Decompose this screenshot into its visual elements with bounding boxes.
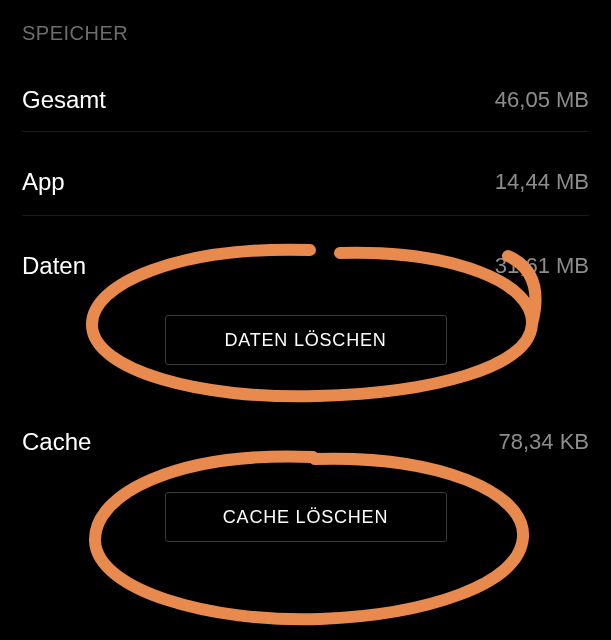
value-app: 14,44 MB	[495, 169, 589, 195]
value-total: 46,05 MB	[495, 87, 589, 113]
row-data: Daten 31,61 MB	[22, 252, 589, 280]
label-data: Daten	[22, 252, 86, 280]
label-app: App	[22, 168, 65, 196]
row-app: App 14,44 MB	[22, 168, 589, 196]
clear-cache-button[interactable]: CACHE LÖSCHEN	[165, 492, 447, 542]
divider	[22, 215, 589, 216]
clear-data-button-label: DATEN LÖSCHEN	[224, 330, 386, 351]
row-total: Gesamt 46,05 MB	[22, 86, 589, 114]
clear-data-button[interactable]: DATEN LÖSCHEN	[165, 315, 447, 365]
clear-cache-button-label: CACHE LÖSCHEN	[223, 507, 388, 528]
label-cache: Cache	[22, 428, 91, 456]
value-cache: 78,34 KB	[498, 429, 589, 455]
row-cache: Cache 78,34 KB	[22, 428, 589, 456]
divider	[22, 131, 589, 132]
value-data: 31,61 MB	[495, 253, 589, 279]
storage-settings-screen: SPEICHER Gesamt 46,05 MB App 14,44 MB Da…	[0, 0, 611, 640]
label-total: Gesamt	[22, 86, 106, 114]
section-header-storage: SPEICHER	[22, 22, 128, 45]
